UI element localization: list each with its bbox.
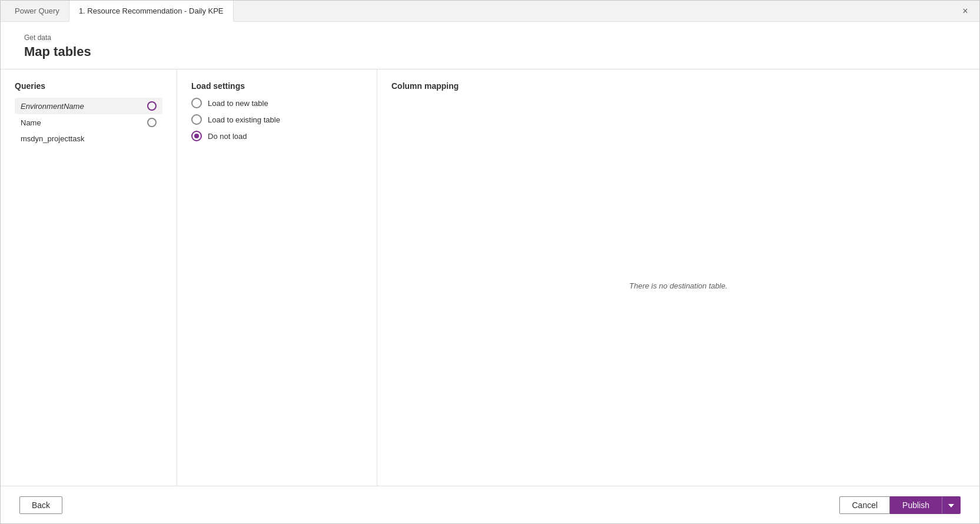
tab-power-query[interactable]: Power Query [5,1,69,22]
load-settings-panel: Load settings Load to new table Load to … [177,69,377,486]
chevron-down-icon [948,504,954,508]
footer-right: Cancel Publish [839,496,961,514]
breadcrumb: Get data [24,34,956,42]
close-button[interactable]: × [956,2,975,21]
query-label-name: Name [21,118,142,127]
radio-option-load-existing[interactable]: Load to existing table [191,114,363,125]
radio-circle-do-not-load [191,131,202,141]
no-destination-message: There is no destination table. [391,98,965,474]
load-settings-options: Load to new table Load to existing table… [191,98,363,141]
query-label-msdyn-projecttask: msdyn_projecttask [21,134,157,143]
publish-button[interactable]: Publish [890,496,942,514]
page-header: Get data Map tables [1,22,979,69]
column-mapping-panel: Column mapping There is no destination t… [377,69,979,486]
radio-option-load-new[interactable]: Load to new table [191,98,363,108]
back-button[interactable]: Back [19,496,62,514]
query-label-environment-name: EnvironmentName [21,102,142,111]
footer: Back Cancel Publish [1,486,979,523]
title-bar: Power Query 1. Resource Recommendation -… [1,1,979,22]
load-settings-title: Load settings [191,81,363,91]
query-radio-name [147,118,157,127]
queries-panel: Queries EnvironmentName Name msdyn_proje… [1,69,177,486]
radio-circle-load-existing [191,114,202,125]
title-bar-tabs: Power Query 1. Resource Recommendation -… [5,1,234,22]
query-radio-environment-name [147,101,157,111]
query-item-name[interactable]: Name [15,114,162,131]
main-body: Queries EnvironmentName Name msdyn_proje… [1,69,979,486]
query-item-environment-name[interactable]: EnvironmentName [15,98,162,114]
queries-panel-title: Queries [15,81,162,91]
cancel-button[interactable]: Cancel [839,496,890,514]
content-area: Get data Map tables Queries EnvironmentN… [1,22,979,486]
main-window: Power Query 1. Resource Recommendation -… [0,0,980,524]
radio-circle-load-new [191,98,202,108]
radio-label-load-new: Load to new table [208,99,268,108]
query-item-msdyn-projecttask[interactable]: msdyn_projecttask [15,131,162,147]
column-mapping-title: Column mapping [391,81,965,91]
publish-dropdown-button[interactable] [942,496,961,514]
radio-label-load-existing: Load to existing table [208,115,280,124]
radio-option-do-not-load[interactable]: Do not load [191,131,363,141]
tab-resource-rec[interactable]: 1. Resource Recommendation - Daily KPE [69,1,234,22]
page-title: Map tables [24,44,956,59]
radio-label-do-not-load: Do not load [208,132,247,141]
